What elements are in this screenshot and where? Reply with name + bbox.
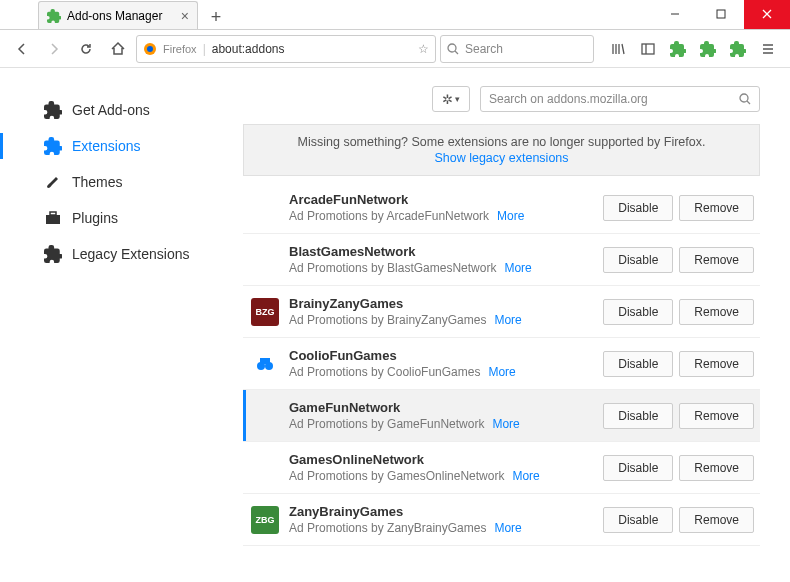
extension-name: GameFunNetwork (289, 400, 593, 415)
remove-button[interactable]: Remove (679, 507, 754, 533)
more-link[interactable]: More (504, 261, 531, 275)
reload-button[interactable] (72, 35, 100, 63)
remove-button[interactable]: Remove (679, 403, 754, 429)
maximize-button[interactable] (698, 0, 744, 29)
forward-button[interactable] (40, 35, 68, 63)
extension-row[interactable]: BZGBrainyZanyGamesAd Promotions by Brain… (243, 286, 760, 338)
more-link[interactable]: More (492, 417, 519, 431)
disable-button[interactable]: Disable (603, 403, 673, 429)
svg-line-7 (455, 51, 458, 54)
disable-button[interactable]: Disable (603, 455, 673, 481)
minimize-button[interactable] (652, 0, 698, 29)
extension-icon: ZBG (251, 506, 279, 534)
extension-row[interactable]: ZBGZanyBrainyGamesAd Promotions by ZanyB… (243, 494, 760, 546)
extension-row[interactable]: GamesOnlineNetworkAd Promotions by Games… (243, 442, 760, 494)
remove-button[interactable]: Remove (679, 455, 754, 481)
sidebar-item-label: Get Add-ons (72, 102, 150, 118)
extension-row[interactable]: GameFunNetworkAd Promotions by GameFunNe… (243, 390, 760, 442)
search-icon (739, 93, 751, 105)
extension-description: Ad Promotions by GamesOnlineNetworkMore (289, 469, 593, 483)
extension-row[interactable]: BlastGamesNetworkAd Promotions by BlastG… (243, 234, 760, 286)
bookmark-star-icon[interactable]: ☆ (418, 42, 429, 56)
sidebar-item-legacy[interactable]: Legacy Extensions (40, 236, 225, 272)
remove-button[interactable]: Remove (679, 299, 754, 325)
disable-button[interactable]: Disable (603, 507, 673, 533)
puzzle-icon (47, 9, 61, 23)
extension-name: BlastGamesNetwork (289, 244, 593, 259)
extension-icon (251, 246, 279, 274)
remove-button[interactable]: Remove (679, 195, 754, 221)
extension-actions: DisableRemove (603, 507, 754, 533)
extension-icon (251, 454, 279, 482)
sidebar-item-plugins[interactable]: Plugins (40, 200, 225, 236)
close-window-button[interactable] (744, 0, 790, 29)
home-button[interactable] (104, 35, 132, 63)
extension-description: Ad Promotions by ArcadeFunNetworkMore (289, 209, 593, 223)
extension-icon (251, 194, 279, 222)
address-bar[interactable]: Firefox | about:addons ☆ (136, 35, 436, 63)
search-placeholder: Search (465, 42, 503, 56)
extension-info: GameFunNetworkAd Promotions by GameFunNe… (289, 400, 593, 431)
extension-description: Ad Promotions by ZanyBrainyGamesMore (289, 521, 593, 535)
disable-button[interactable]: Disable (603, 351, 673, 377)
more-link[interactable]: More (512, 469, 539, 483)
search-placeholder: Search on addons.mozilla.org (489, 92, 648, 106)
svg-rect-8 (642, 44, 654, 54)
svg-point-6 (448, 44, 456, 52)
back-button[interactable] (8, 35, 36, 63)
tools-gear-button[interactable]: ✲▾ (432, 86, 470, 112)
disable-button[interactable]: Disable (603, 247, 673, 273)
library-button[interactable] (604, 35, 632, 63)
new-tab-button[interactable]: + (204, 5, 228, 29)
extension-icon: BZG (251, 298, 279, 326)
content-area: Get Add-ons Extensions Themes Plugins Le… (0, 68, 790, 582)
browser-search-input[interactable]: Search (440, 35, 594, 63)
menu-button[interactable] (754, 35, 782, 63)
puzzle-gear-icon (44, 101, 62, 119)
sidebar-item-label: Extensions (72, 138, 140, 154)
sidebar-item-label: Plugins (72, 210, 118, 226)
disable-button[interactable]: Disable (603, 299, 673, 325)
extension-actions: DisableRemove (603, 455, 754, 481)
svg-point-15 (740, 94, 748, 102)
remove-button[interactable]: Remove (679, 247, 754, 273)
addon-icon-2[interactable] (694, 35, 722, 63)
addon-icon-1[interactable] (664, 35, 692, 63)
extension-row[interactable]: CoolioFunGamesAd Promotions by CoolioFun… (243, 338, 760, 390)
remove-button[interactable]: Remove (679, 351, 754, 377)
sidebar-button[interactable] (634, 35, 662, 63)
chevron-down-icon: ▾ (455, 94, 460, 104)
close-tab-icon[interactable]: × (181, 8, 189, 24)
svg-rect-1 (717, 10, 725, 18)
disable-button[interactable]: Disable (603, 195, 673, 221)
paintbrush-icon (44, 173, 62, 191)
extension-description: Ad Promotions by GameFunNetworkMore (289, 417, 593, 431)
main-panel: ✲▾ Search on addons.mozilla.org Missing … (225, 68, 790, 582)
tab-title: Add-ons Manager (67, 9, 162, 23)
extension-actions: DisableRemove (603, 299, 754, 325)
url-text: about:addons (212, 42, 285, 56)
sidebar-item-themes[interactable]: Themes (40, 164, 225, 200)
titlebar: Add-ons Manager × + (0, 0, 790, 30)
addon-search-input[interactable]: Search on addons.mozilla.org (480, 86, 760, 112)
addon-icon-3[interactable] (724, 35, 752, 63)
sidebar-item-get-addons[interactable]: Get Add-ons (40, 92, 225, 128)
svg-rect-13 (46, 215, 60, 224)
extension-icon (251, 350, 279, 378)
more-link[interactable]: More (497, 209, 524, 223)
show-legacy-link[interactable]: Show legacy extensions (254, 151, 749, 165)
firefox-logo-icon (143, 42, 157, 56)
more-link[interactable]: More (494, 521, 521, 535)
extension-row[interactable]: ArcadeFunNetworkAd Promotions by ArcadeF… (243, 182, 760, 234)
more-link[interactable]: More (488, 365, 515, 379)
browser-tab[interactable]: Add-ons Manager × (38, 1, 198, 29)
nav-toolbar: Firefox | about:addons ☆ Search (0, 30, 790, 68)
sidebar-item-label: Legacy Extensions (72, 246, 190, 262)
extension-actions: DisableRemove (603, 351, 754, 377)
more-link[interactable]: More (494, 313, 521, 327)
extension-actions: DisableRemove (603, 247, 754, 273)
extension-description: Ad Promotions by CoolioFunGamesMore (289, 365, 593, 379)
sidebar-item-extensions[interactable]: Extensions (40, 128, 225, 164)
notice-text: Missing something? Some extensions are n… (298, 135, 706, 149)
addons-sidebar: Get Add-ons Extensions Themes Plugins Le… (0, 68, 225, 582)
